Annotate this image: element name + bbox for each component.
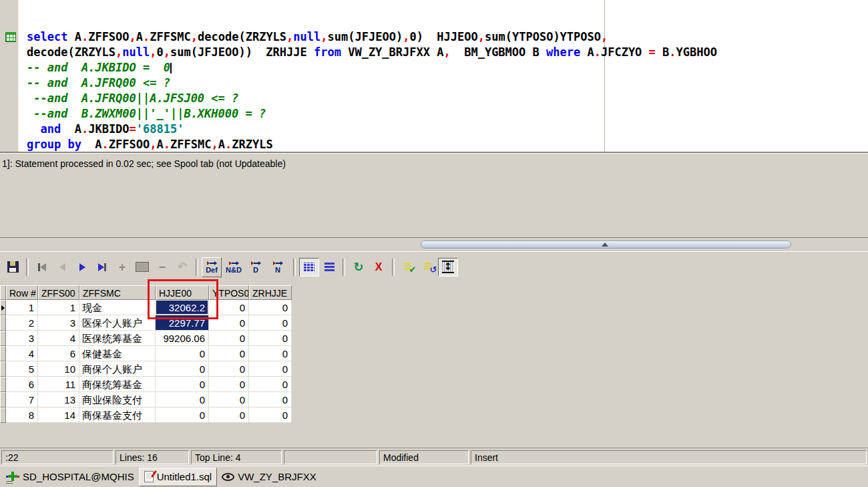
cell[interactable]: 99206.06 (156, 331, 209, 346)
column-header-zffs00[interactable]: ZFFS00 (38, 285, 79, 300)
row-selector[interactable] (0, 392, 6, 408)
cell[interactable]: 11 (38, 377, 79, 392)
cell[interactable]: 5 (6, 361, 38, 377)
cell[interactable]: 4 (38, 331, 79, 346)
rollback-button[interactable]: ↺ (418, 258, 438, 277)
cell[interactable]: 13 (38, 392, 79, 408)
cell[interactable]: 1 (6, 300, 38, 315)
cell[interactable]: 保健基金 (79, 346, 156, 361)
cell[interactable]: 现金 (79, 300, 156, 315)
cell[interactable]: 4 (6, 346, 38, 361)
cell[interactable]: 6 (38, 346, 79, 361)
annotation-rectangle (148, 279, 218, 319)
cell[interactable]: 商保基金支付 (79, 408, 156, 423)
bottom-tab-bar: SD_HOSPITAL@MQHIS Untitled1.sql VW_ZY_BR… (0, 466, 868, 487)
cell[interactable]: 0 (249, 361, 292, 377)
cell[interactable]: 6 (6, 377, 38, 392)
row-selector[interactable] (0, 408, 6, 423)
cell[interactable]: 0 (249, 315, 292, 331)
cell[interactable]: 0 (156, 346, 209, 361)
last-record-button[interactable] (92, 258, 112, 277)
tab-connection[interactable]: SD_HOSPITAL@MQHIS (1, 468, 139, 486)
cell[interactable]: 14 (38, 408, 79, 423)
next-record-button[interactable] (72, 258, 92, 277)
cell[interactable]: 0 (156, 392, 209, 408)
cell[interactable]: 0 (156, 361, 209, 377)
cell[interactable]: 2 (6, 315, 38, 331)
cell[interactable]: 0 (209, 377, 249, 392)
statement-marker-icon (5, 32, 16, 42)
refresh-button[interactable]: ↻ (349, 258, 369, 277)
row-selector[interactable] (0, 315, 6, 331)
row-selector[interactable] (0, 300, 6, 315)
d-arrows-icon (251, 261, 261, 266)
commit-icon: ✔ (404, 263, 413, 272)
column-header-row-[interactable]: Row # (6, 285, 38, 300)
cell[interactable]: 0 (209, 361, 249, 377)
cell[interactable]: 0 (249, 408, 292, 423)
splitter-collapse-handle[interactable] (421, 240, 791, 249)
cell[interactable]: 7 (6, 392, 38, 408)
save-icon (7, 261, 19, 273)
prior-record-button[interactable] (52, 258, 72, 277)
prior-record-icon (59, 263, 65, 271)
row-selector[interactable] (0, 377, 6, 392)
cell[interactable]: 0 (209, 346, 249, 361)
cell[interactable]: 3 (6, 331, 38, 346)
cell[interactable]: 医保个人账户 (79, 315, 156, 331)
cell[interactable]: 0 (209, 331, 249, 346)
n-arrows-icon (273, 261, 283, 266)
toolbar-separator (26, 259, 29, 276)
null-and-default-button[interactable]: N&D (224, 257, 244, 277)
cell[interactable]: 商业保险支付 (79, 392, 156, 408)
cell[interactable]: 0 (249, 377, 292, 392)
cell[interactable]: 0 (249, 346, 292, 361)
cell[interactable]: 8 (6, 408, 38, 423)
grid-view-icon (304, 263, 314, 271)
last-record-icon (98, 263, 104, 271)
first-record-button[interactable] (32, 258, 52, 277)
fit-columns-button[interactable]: ↕ (438, 258, 458, 277)
default-button[interactable]: D (246, 257, 266, 277)
undo-button[interactable]: ↶ (172, 258, 192, 277)
cell[interactable]: 3 (38, 315, 79, 331)
table-row: 34医保统筹基金99206.0600 (0, 331, 292, 346)
sql-editor[interactable]: select A.ZFFSOO,A.ZFFSMC,decode(ZRZYLS,n… (0, 0, 868, 153)
cell[interactable]: 商保统筹基金 (79, 377, 156, 392)
rollback-icon: ↺ (424, 263, 433, 272)
form-view-button[interactable] (319, 258, 339, 277)
cell[interactable]: 0 (249, 331, 292, 346)
row-selector[interactable] (0, 331, 6, 346)
default-values-button[interactable]: Def (202, 257, 222, 277)
commit-button[interactable]: ✔ (398, 258, 418, 277)
cell[interactable]: 0 (156, 377, 209, 392)
cell[interactable]: 10 (38, 361, 79, 377)
results-grid: Row #ZFFS00ZFFSMCHJJE00YTPOS0ZRHJJE 11现金… (0, 285, 292, 423)
table-row: 510商保个人账户000 (0, 361, 292, 377)
toolbar-separator (392, 259, 395, 276)
tab-vw-zy-brjfxx[interactable]: VW_ZY_BRJFXX (217, 468, 321, 486)
insert-record-button[interactable]: + (112, 258, 132, 277)
view-eye-icon (222, 473, 234, 481)
code-line: group by A.ZFFSOO,A.ZFFSMC,A.ZRZYLS (27, 137, 717, 152)
cell[interactable]: 医保统筹基金 (79, 331, 156, 346)
row-selector[interactable] (0, 346, 6, 361)
cell[interactable]: 0 (249, 300, 292, 315)
row-selector[interactable] (0, 361, 6, 377)
column-header-zffsmc[interactable]: ZFFSMC (79, 285, 156, 300)
column-header-zrhjje[interactable]: ZRHJJE (249, 285, 292, 300)
cell[interactable]: 商保个人账户 (79, 361, 156, 377)
cell[interactable]: 0 (156, 408, 209, 423)
tab-untitled1-sql[interactable]: Untitled1.sql (139, 468, 218, 486)
cell[interactable]: 0 (209, 392, 249, 408)
cancel-button[interactable]: X (369, 258, 389, 277)
null-button[interactable]: N (268, 257, 288, 277)
post-edit-button[interactable] (132, 258, 152, 277)
cell[interactable]: 1 (38, 300, 79, 315)
grid-view-button[interactable] (299, 258, 319, 277)
delete-record-button[interactable]: − (152, 258, 172, 277)
cell[interactable]: 0 (209, 408, 249, 423)
cell[interactable]: 0 (249, 392, 292, 408)
save-button[interactable] (3, 258, 23, 277)
status-message: 1]: Statement processed in 0.02 sec; see… (2, 158, 286, 169)
